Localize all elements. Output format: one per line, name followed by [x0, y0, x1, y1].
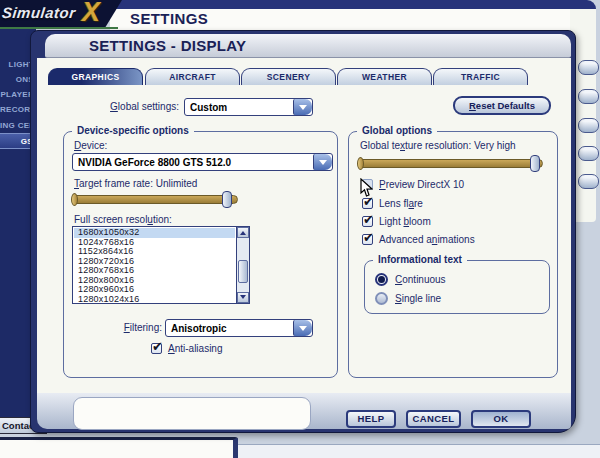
- light-bloom-label: Light bloom: [379, 216, 431, 227]
- slider-thumb[interactable]: [222, 191, 232, 208]
- device-specific-options-group: Device-specific options Device: NVIDIA G…: [63, 131, 338, 378]
- device-group-legend: Device-specific options: [72, 125, 194, 136]
- page-top-band: [110, 0, 596, 9]
- mouse-cursor: [360, 178, 373, 198]
- screen: SETTINGS Simulator X LIGHT ONS PLAYER RE…: [0, 0, 600, 458]
- filtering-dropdown[interactable]: Anisotropic: [165, 319, 313, 337]
- tab-aircraft[interactable]: AIRCRAFT: [145, 68, 240, 85]
- dialog-content: GRAPHICS AIRCRAFT SCENERY WEATHER TRAFFI…: [37, 58, 571, 393]
- page-edge-tab: [578, 89, 599, 104]
- chevron-down-icon[interactable]: [313, 154, 332, 170]
- logo-brand-text: Simulator: [1, 4, 76, 21]
- slider-track[interactable]: [358, 159, 543, 168]
- checkbox-checked-icon[interactable]: [362, 234, 373, 245]
- informational-text-legend: Informational text: [373, 254, 467, 265]
- cancel-button[interactable]: CANCEL: [406, 410, 461, 428]
- dialog-title: SETTINGS - DISPLAY: [45, 34, 571, 57]
- bottom-info-panel: [73, 397, 311, 430]
- checkbox-checked-icon[interactable]: [362, 198, 373, 209]
- frame-rate-slider[interactable]: [72, 191, 240, 208]
- ok-button[interactable]: OK: [471, 410, 531, 428]
- help-button[interactable]: HELP: [346, 410, 396, 428]
- lens-flare-label: Lens flare: [379, 198, 423, 209]
- light-bloom-checkbox-row[interactable]: Light bloom: [362, 215, 431, 228]
- fsx-logo: Simulator X: [0, 0, 122, 28]
- lens-flare-checkbox-row[interactable]: Lens flare: [362, 197, 423, 210]
- global-settings-value: Custom: [185, 102, 293, 113]
- checkbox-checked-icon[interactable]: [362, 216, 373, 227]
- radio-unselected-icon[interactable]: [375, 292, 388, 305]
- page-edge-tab: [578, 146, 599, 161]
- resolution-list: 1680x1050x32 1024x768x16 1152x864x16 128…: [74, 228, 235, 302]
- scroll-down-icon[interactable]: [237, 292, 249, 303]
- scroll-up-icon[interactable]: [237, 227, 249, 238]
- anti-aliasing-label: Anti-aliasing: [168, 343, 222, 354]
- page-edge-tab: [578, 174, 599, 189]
- slider-track[interactable]: [72, 195, 238, 204]
- filtering-label: Filtering:: [74, 319, 162, 337]
- settings-display-dialog: SETTINGS - DISPLAY GRAPHICS AIRCRAFT SCE…: [30, 30, 576, 433]
- resolution-listbox: 1680x1050x32 1024x768x16 1152x864x16 128…: [72, 226, 250, 304]
- preview-directx10-checkbox-row[interactable]: Preview DirectX 10: [362, 178, 464, 191]
- tab-weather[interactable]: WEATHER: [337, 68, 432, 85]
- checkbox-checked-icon[interactable]: [151, 343, 162, 354]
- page-edge-tab: [578, 118, 599, 133]
- filtering-value: Anisotropic: [166, 323, 293, 334]
- chevron-down-icon[interactable]: [293, 320, 312, 336]
- page-edge-tab: [578, 60, 599, 75]
- advanced-animations-checkbox-row[interactable]: Advanced animations: [362, 233, 475, 246]
- slider-left-cap: [71, 193, 78, 206]
- tab-traffic[interactable]: TRAFFIC: [433, 68, 528, 85]
- chevron-down-icon[interactable]: [293, 99, 312, 115]
- radio-selected-icon[interactable]: [375, 273, 388, 286]
- continuous-radio-row[interactable]: Continuous: [375, 272, 446, 286]
- global-settings-label: Global settings:: [67, 98, 179, 116]
- target-frame-rate-label: Target frame rate: Unlimited: [74, 178, 197, 189]
- dialog-bottom-bar: HELP CANCEL OK: [37, 393, 571, 429]
- background-window-strip-right: [238, 444, 600, 458]
- fullscreen-resolution-label: Full screen resolution:: [74, 214, 172, 225]
- global-group-legend: Global options: [357, 125, 437, 136]
- slider-left-cap: [357, 157, 364, 170]
- texture-resolution-slider[interactable]: [358, 155, 545, 172]
- resolution-option[interactable]: 1280x1024x16: [74, 295, 235, 305]
- informational-text-group: Informational text Continuous Single lin…: [364, 260, 550, 314]
- list-scrollbar[interactable]: [236, 227, 249, 303]
- reset-defaults-button[interactable]: Reset Defaults: [453, 96, 551, 115]
- tab-scenery[interactable]: SCENERY: [241, 68, 336, 85]
- continuous-label: Continuous: [395, 274, 446, 285]
- texture-resolution-label: Global texture resolution: Very high: [360, 140, 516, 151]
- advanced-animations-label: Advanced animations: [379, 234, 475, 245]
- device-value: NVIDIA GeForce 8800 GTS 512.0: [73, 157, 313, 168]
- preview-directx10-label: Preview DirectX 10: [379, 179, 464, 190]
- single-line-radio-row[interactable]: Single line: [375, 291, 441, 305]
- global-settings-dropdown[interactable]: Custom: [184, 98, 313, 116]
- scrollbar-thumb[interactable]: [238, 260, 248, 283]
- logo-x-mark: X: [82, 0, 100, 28]
- single-line-label: Single line: [395, 293, 441, 304]
- device-dropdown[interactable]: NVIDIA GeForce 8800 GTS 512.0: [72, 153, 333, 171]
- anti-aliasing-checkbox-row[interactable]: Anti-aliasing: [151, 342, 222, 355]
- slider-thumb[interactable]: [530, 155, 540, 172]
- dialog-title-bar: SETTINGS - DISPLAY: [45, 34, 571, 58]
- device-label: Device:: [74, 140, 107, 151]
- page-title: SETTINGS: [130, 10, 208, 27]
- background-window-strip-left: [0, 437, 238, 458]
- global-options-group: Global options Global texture resolution…: [348, 131, 558, 378]
- tab-graphics[interactable]: GRAPHICS: [48, 68, 143, 85]
